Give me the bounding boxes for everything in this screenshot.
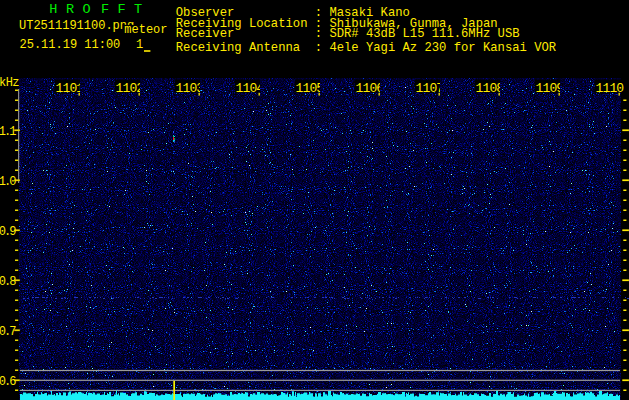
svg-text:1110: 1110 xyxy=(596,81,625,96)
svg-text:0.9: 0.9 xyxy=(0,225,17,239)
svg-text:1103: 1103 xyxy=(176,81,205,96)
svg-text:1105: 1105 xyxy=(296,81,325,96)
svg-text:1.1: 1.1 xyxy=(0,125,17,139)
svg-text:kHz: kHz xyxy=(0,76,20,90)
svg-text:1101: 1101 xyxy=(56,81,85,96)
svg-text:0.6: 0.6 xyxy=(0,375,17,389)
svg-text:1.0: 1.0 xyxy=(0,175,17,189)
svg-text:25.11.19 11:00: 25.11.19 11:00 xyxy=(20,38,121,52)
svg-text:1107: 1107 xyxy=(416,81,445,96)
svg-text:1: 1 xyxy=(136,38,143,52)
svg-text:1106: 1106 xyxy=(356,81,385,96)
svg-text:UT2511191100.png: UT2511191100.png xyxy=(19,19,134,33)
svg-text:1109: 1109 xyxy=(536,81,565,96)
svg-text:1108: 1108 xyxy=(476,81,505,96)
svg-text:Receiving Antenna : 4ele Yagi: Receiving Antenna : 4ele Yagi Az 230 for… xyxy=(176,41,556,55)
svg-text:0.7: 0.7 xyxy=(0,325,17,339)
svg-text:1102: 1102 xyxy=(116,81,145,96)
svg-text:meteor: meteor xyxy=(124,23,167,37)
svg-text:Receiver : SDR# 43dB: Receiver : SDR# 43dB L15 111.6MHz USB xyxy=(176,27,520,41)
svg-text:0.8: 0.8 xyxy=(0,275,17,289)
svg-text:1104: 1104 xyxy=(236,81,265,96)
